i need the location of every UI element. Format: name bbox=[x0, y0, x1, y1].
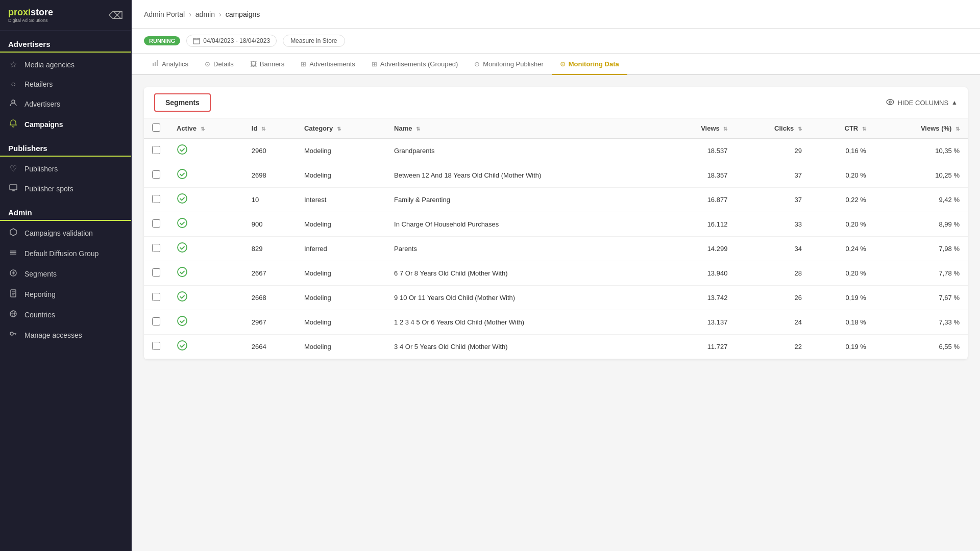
svg-point-26 bbox=[178, 145, 187, 154]
cell-views-pct-7: 7,33 % bbox=[874, 310, 968, 335]
cell-views-pct-3: 8,99 % bbox=[874, 212, 968, 237]
svg-rect-21 bbox=[153, 63, 154, 66]
tab-monitoring-data[interactable]: ⊙ Monitoring Data bbox=[552, 54, 627, 75]
cell-active-6 bbox=[168, 286, 243, 310]
cell-views-5: 13.940 bbox=[663, 261, 736, 286]
th-category: Category ⇅ bbox=[296, 118, 386, 139]
th-checkbox bbox=[144, 118, 168, 139]
row-checkbox-7[interactable] bbox=[152, 317, 160, 325]
cell-clicks-6: 26 bbox=[736, 286, 810, 310]
sidebar-item-retailers[interactable]: ○ Retailers bbox=[0, 74, 131, 94]
svg-point-24 bbox=[887, 99, 894, 105]
sort-clicks-icon[interactable]: ⇅ bbox=[798, 126, 802, 132]
row-checkbox-1[interactable] bbox=[152, 170, 160, 179]
sidebar-item-countries[interactable]: Countries bbox=[0, 305, 131, 325]
cell-category-4: Inferred bbox=[296, 237, 386, 261]
svg-point-32 bbox=[178, 292, 187, 301]
cell-name-7: 1 2 3 4 5 Or 6 Years Old Child (Mother W… bbox=[386, 310, 663, 335]
sidebar-item-campaigns-validation[interactable]: Campaigns validation bbox=[0, 223, 131, 243]
sidebar-item-publishers[interactable]: ♡ Publishers bbox=[0, 159, 131, 179]
tab-monitoring-publisher[interactable]: ⊙ Monitoring Publisher bbox=[466, 54, 552, 75]
cell-name-1: Between 12 And 18 Years Old Child (Mothe… bbox=[386, 163, 663, 188]
row-checkbox-6[interactable] bbox=[152, 293, 160, 301]
breadcrumb-admin[interactable]: admin bbox=[195, 10, 215, 18]
tab-monitoring-data-label: Monitoring Data bbox=[569, 60, 619, 68]
monitor-icon bbox=[8, 184, 18, 194]
cell-category-2: Interest bbox=[296, 188, 386, 212]
table-body: 2960 Modeling Grandparents 18.537 29 0,1… bbox=[144, 139, 968, 359]
active-check-icon-8 bbox=[177, 343, 188, 353]
cell-ctr-7: 0,18 % bbox=[810, 310, 874, 335]
details-icon: ⊙ bbox=[205, 60, 210, 68]
sidebar-item-default-diffusion[interactable]: Default Diffusion Group bbox=[0, 243, 131, 264]
table-row: 2698 Modeling Between 12 And 18 Years Ol… bbox=[144, 163, 968, 188]
cell-id-8: 2664 bbox=[243, 335, 296, 359]
hide-columns-button[interactable]: HIDE COLUMNS ▲ bbox=[886, 98, 958, 107]
sidebar-label-media-agencies: Media agencies bbox=[24, 61, 75, 69]
svg-rect-23 bbox=[157, 60, 158, 66]
active-check-icon-3 bbox=[177, 220, 188, 231]
sidebar-item-publisher-spots[interactable]: Publisher spots bbox=[0, 179, 131, 199]
sidebar-item-media-agencies[interactable]: ☆ Media agencies bbox=[0, 55, 131, 74]
cell-views-pct-0: 10,35 % bbox=[874, 139, 968, 163]
sidebar-item-manage-accesses[interactable]: Manage accesses bbox=[0, 325, 131, 345]
tab-details[interactable]: ⊙ Details bbox=[197, 54, 242, 75]
sort-views-pct-icon[interactable]: ⇅ bbox=[955, 126, 960, 132]
cell-clicks-8: 22 bbox=[736, 335, 810, 359]
cell-active-7 bbox=[168, 310, 243, 335]
breadcrumb-campaigns: campaigns bbox=[226, 10, 260, 18]
row-checkbox-4[interactable] bbox=[152, 244, 160, 252]
user-icon bbox=[8, 99, 18, 109]
svg-rect-1 bbox=[10, 185, 17, 190]
cell-ctr-3: 0,20 % bbox=[810, 212, 874, 237]
cell-name-2: Family & Parenting bbox=[386, 188, 663, 212]
sort-category-icon[interactable]: ⇅ bbox=[337, 126, 341, 132]
measure-badge: Measure in Store bbox=[283, 35, 345, 47]
sort-views-icon[interactable]: ⇅ bbox=[723, 126, 727, 132]
sort-active-icon[interactable]: ⇅ bbox=[201, 126, 205, 132]
sidebar-label-publishers: Publishers bbox=[24, 165, 58, 173]
eye-icon bbox=[886, 98, 894, 107]
row-checkbox-0[interactable] bbox=[152, 146, 160, 154]
calendar-icon bbox=[193, 37, 200, 44]
cell-checkbox-2 bbox=[144, 188, 168, 212]
globe-icon bbox=[8, 310, 18, 320]
sidebar-item-advertisers[interactable]: Advertisers bbox=[0, 94, 131, 114]
cell-views-pct-6: 7,67 % bbox=[874, 286, 968, 310]
content-area: Segments HIDE COLUMNS ▲ bbox=[132, 75, 980, 551]
sidebar-item-segments[interactable]: Segments bbox=[0, 264, 131, 284]
cell-checkbox-0 bbox=[144, 139, 168, 163]
tab-banners[interactable]: 🖼 Banners bbox=[242, 54, 292, 75]
sidebar-item-campaigns[interactable]: Campaigns bbox=[0, 114, 131, 135]
sort-name-icon[interactable]: ⇅ bbox=[416, 126, 420, 132]
heart-icon: ♡ bbox=[8, 164, 18, 173]
segments-button[interactable]: Segments bbox=[154, 93, 211, 112]
tab-advertisements[interactable]: ⊞ Advertisements bbox=[292, 54, 363, 75]
sort-id-icon[interactable]: ⇅ bbox=[261, 126, 265, 132]
tab-banners-label: Banners bbox=[260, 60, 284, 68]
sort-ctr-icon[interactable]: ⇅ bbox=[862, 126, 866, 132]
cell-checkbox-6 bbox=[144, 286, 168, 310]
row-checkbox-2[interactable] bbox=[152, 195, 160, 203]
hexagon-icon bbox=[8, 228, 18, 238]
cell-views-pct-2: 9,42 % bbox=[874, 188, 968, 212]
sidebar-item-reporting[interactable]: Reporting bbox=[0, 284, 131, 305]
star-icon: ☆ bbox=[8, 60, 18, 69]
row-checkbox-8[interactable] bbox=[152, 342, 160, 350]
row-checkbox-5[interactable] bbox=[152, 268, 160, 277]
sidebar-label-retailers: Retailers bbox=[24, 80, 53, 88]
cell-active-4 bbox=[168, 237, 243, 261]
key-icon bbox=[8, 330, 18, 340]
row-checkbox-3[interactable] bbox=[152, 219, 160, 228]
cell-views-3: 16.112 bbox=[663, 212, 736, 237]
cell-clicks-5: 28 bbox=[736, 261, 810, 286]
sidebar-toggle-button[interactable]: ⌫ bbox=[109, 9, 123, 21]
select-all-checkbox[interactable] bbox=[152, 123, 160, 132]
ads-grouped-icon: ⊞ bbox=[372, 60, 377, 68]
tab-analytics[interactable]: Analytics bbox=[144, 54, 197, 75]
tab-advertisements-grouped[interactable]: ⊞ Advertisements (Grouped) bbox=[363, 54, 466, 75]
breadcrumb-admin-portal[interactable]: Admin Portal bbox=[144, 10, 185, 18]
status-badge: RUNNING bbox=[144, 36, 180, 45]
sidebar-label-campaigns-validation: Campaigns validation bbox=[24, 229, 93, 237]
sidebar-label-reporting: Reporting bbox=[24, 290, 56, 298]
